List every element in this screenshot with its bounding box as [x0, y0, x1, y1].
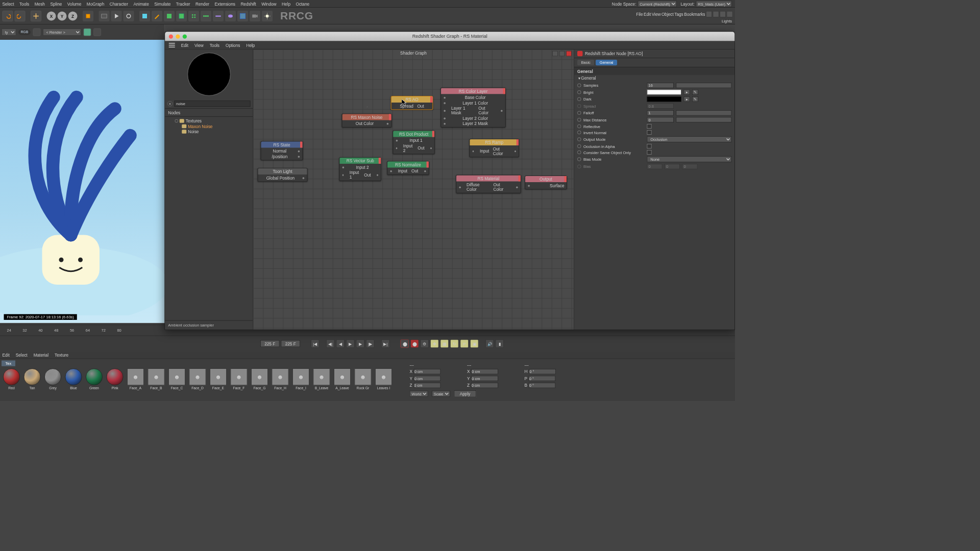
goto-start-button[interactable]: |◀ [311, 339, 320, 348]
samples-input[interactable] [647, 83, 674, 88]
render-view-button[interactable] [99, 11, 110, 21]
material-swatch[interactable]: Pink [106, 368, 124, 390]
output-mode-dropdown[interactable]: Occlusion [647, 136, 732, 142]
menu-help[interactable]: Help [282, 2, 290, 6]
obj-menu-bookmarks[interactable]: Bookmarks [684, 12, 705, 16]
node-space-dropdown[interactable]: Current (Redshift) [638, 1, 677, 7]
menu-extensions[interactable]: Extensions [215, 2, 235, 6]
menu-octane[interactable]: Octane [296, 2, 309, 6]
menu-select[interactable]: Select [3, 2, 14, 6]
occ-alpha-checkbox[interactable] [647, 144, 652, 148]
sound-button[interactable]: 🔊 [485, 339, 494, 348]
obj-menu-view[interactable]: View [652, 12, 661, 16]
tree-maxon-noise[interactable]: Maxon Noise [166, 123, 251, 129]
param-radio[interactable] [577, 111, 581, 115]
node-rs-ao[interactable]: RS AO SpreadOut [391, 96, 433, 110]
reflective-checkbox[interactable] [647, 124, 652, 129]
tex-tab[interactable]: Tex [2, 361, 15, 366]
coord-space-dropdown[interactable]: World [410, 391, 428, 397]
param-radio[interactable] [577, 151, 581, 155]
matbar-select[interactable]: Select [16, 353, 28, 357]
apply-button[interactable]: Apply [454, 390, 476, 397]
material-swatch[interactable]: Blue [64, 368, 83, 390]
eyedropper-icon[interactable]: ✎ [692, 90, 698, 95]
current-frame-input[interactable] [260, 340, 280, 347]
grid-icon[interactable] [93, 29, 101, 36]
picker-icon[interactable]: ▸ [684, 90, 690, 95]
param-radio[interactable] [577, 84, 581, 88]
material-swatch[interactable]: Green [85, 368, 104, 390]
node-rs-vector-sub[interactable]: RS Vector Sub Input 2 Input 1Out [339, 157, 382, 181]
play-back-button[interactable]: ▶ [346, 339, 355, 348]
menu-redshift[interactable]: Redshift [240, 2, 256, 6]
obj-menu-tags[interactable]: Tags [674, 12, 683, 16]
axis-z-toggle[interactable]: Z [68, 11, 78, 20]
pos-y-input[interactable] [414, 376, 441, 382]
material-swatch[interactable]: ☻Rock Gr [354, 368, 372, 390]
invert-checkbox[interactable] [647, 130, 652, 135]
key-pla-button[interactable]: ▣ [470, 339, 479, 348]
prev-frame-button[interactable]: ◀ [336, 339, 345, 348]
node-rs-state[interactable]: RS State Normal /position [261, 141, 303, 161]
menu-character[interactable]: Character [110, 2, 128, 6]
sg-menu-help[interactable]: Help [246, 43, 255, 47]
param-radio[interactable] [577, 144, 581, 148]
key-pos-button[interactable]: ✥ [430, 339, 439, 348]
material-swatch[interactable]: ☻Face_E [209, 368, 228, 390]
coord-sys-button[interactable] [83, 11, 93, 21]
maxdist-slider[interactable] [676, 117, 732, 123]
matbar-texture[interactable]: Texture [55, 353, 68, 357]
node-rs-ramp[interactable]: RS Ramp InputOut Color [470, 139, 520, 157]
expand-icon[interactable] [727, 11, 733, 17]
menu-simulate[interactable]: Simulate [154, 2, 170, 6]
param-radio[interactable] [577, 137, 581, 141]
generator-box[interactable] [176, 11, 187, 21]
bright-swatch[interactable] [647, 90, 682, 95]
menu-animate[interactable]: Animate [133, 2, 149, 6]
param-radio[interactable] [577, 97, 581, 102]
subsection-general[interactable]: ▾ General [574, 75, 734, 81]
key-rot-button[interactable]: ↻ [450, 339, 459, 348]
material-swatch[interactable]: ☻Face_D [188, 368, 207, 390]
material-swatch[interactable]: ☻Face_G [251, 368, 269, 390]
crop-icon[interactable] [33, 29, 40, 36]
key-scale-button[interactable]: ▦ [440, 339, 449, 348]
autokey-button[interactable]: ⬤ [410, 339, 419, 348]
eyedropper-icon[interactable]: ✎ [692, 96, 698, 102]
obj-menu-file[interactable]: File [636, 12, 643, 16]
search-icon[interactable] [706, 11, 712, 17]
material-swatch[interactable]: ☻A_Leave [333, 368, 352, 390]
pos-z-input[interactable] [414, 383, 441, 388]
layout-dropdown[interactable]: RS_Mats (User) [696, 1, 732, 7]
cloner-generator[interactable] [201, 11, 211, 21]
menu-spline[interactable]: Spline [50, 2, 62, 6]
end-frame-input[interactable] [281, 340, 301, 347]
marker-button[interactable]: ▮ [496, 339, 504, 348]
material-swatch[interactable]: ☻B_Leave [312, 368, 331, 390]
material-swatch[interactable]: Grey [44, 368, 62, 390]
matbar-edit[interactable]: Edit [3, 353, 10, 357]
key-param-button[interactable]: P [460, 339, 469, 348]
same-obj-checkbox[interactable] [647, 150, 652, 155]
render-button[interactable] [111, 11, 122, 21]
node-toon-light[interactable]: Toon Light Global Position [258, 168, 308, 182]
falloff-input[interactable] [647, 110, 674, 116]
cube-primitive[interactable] [139, 11, 150, 21]
sg-menu-edit[interactable]: Edit [181, 43, 188, 47]
camera-tool[interactable] [250, 11, 260, 21]
rgb-toggle[interactable]: RGB [18, 30, 31, 35]
size-y-input[interactable] [472, 376, 499, 382]
tree-noise[interactable]: Noise [166, 129, 251, 135]
pen-tool[interactable] [152, 11, 162, 21]
param-radio[interactable] [577, 90, 581, 94]
material-swatch[interactable]: Red [3, 368, 21, 390]
param-radio[interactable] [577, 157, 581, 161]
material-swatch[interactable]: Tan [23, 368, 41, 390]
clear-search-icon[interactable]: × [167, 101, 173, 107]
axis-x-toggle[interactable]: X [47, 11, 56, 20]
rot-h-input[interactable] [529, 369, 556, 374]
matbar-material[interactable]: Material [34, 353, 48, 357]
error-flag-icon[interactable] [566, 51, 572, 57]
material-swatch[interactable]: ☻Face_C [168, 368, 186, 390]
maxdist-input[interactable] [647, 117, 674, 123]
